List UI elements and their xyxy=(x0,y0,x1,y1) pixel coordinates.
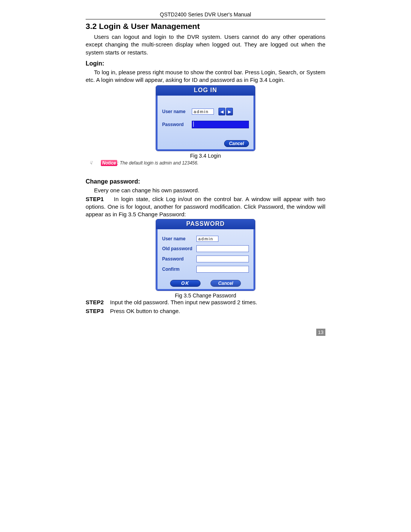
notice-text: : The default login is admin and 123456. xyxy=(117,160,198,166)
cursor-icon: ▏ xyxy=(193,121,197,127)
login-user-value[interactable]: admin xyxy=(192,109,214,115)
notice-label: Notice xyxy=(101,160,117,166)
password-dialog-title: PASSWORD xyxy=(156,219,255,229)
old-password-label: Old password xyxy=(162,246,196,251)
step3-text: Press OK button to change. xyxy=(110,308,180,314)
new-password-input[interactable] xyxy=(196,256,249,262)
pw-user-value[interactable]: admin xyxy=(196,236,218,242)
login-password-input[interactable]: ▏ xyxy=(192,121,249,128)
new-password-label: Password xyxy=(162,256,196,262)
confirm-password-input[interactable] xyxy=(196,266,249,273)
page-number: 13 xyxy=(316,329,325,336)
password-dialog: PASSWORD User name admin Old password Pa… xyxy=(156,219,255,291)
intro-paragraph: Users can logout and login to the DVR sy… xyxy=(86,33,325,56)
hand-icon: ☟ xyxy=(89,160,92,166)
section-heading: 3.2 Login & User Management xyxy=(86,22,325,31)
login-dialog: LOG IN User name admin ◀ ▶ Password ▏ Ca… xyxy=(156,85,255,151)
step2-label: STEP2 xyxy=(86,299,104,305)
login-user-label: User name xyxy=(162,109,192,114)
user-next-icon[interactable]: ▶ xyxy=(226,108,233,115)
user-prev-icon[interactable]: ◀ xyxy=(218,108,225,115)
confirm-password-label: Confirm xyxy=(162,267,196,272)
step1-label: STEP1 xyxy=(86,196,104,202)
step3: STEP3 Press OK button to change. xyxy=(86,307,325,315)
change-password-heading: Change password: xyxy=(86,178,325,185)
step1-text: In login state, click Log in/out on the … xyxy=(86,196,325,218)
fig-3-5-caption: Fig 3.5 Change Password xyxy=(86,292,325,299)
login-dialog-title: LOG IN xyxy=(156,86,255,96)
step1: STEP1 In login state, click Log in/out o… xyxy=(86,195,325,219)
login-heading: Login: xyxy=(86,60,325,67)
pw-cancel-button[interactable]: Cancel xyxy=(210,280,241,287)
step2-text: Input the old password. Then input new p… xyxy=(110,299,257,305)
login-cancel-button[interactable]: Cancel xyxy=(224,140,249,147)
running-header: QSTD2400 Series DVR User's Manual xyxy=(86,11,325,19)
notice-line: ☟ Notice: The default login is admin and… xyxy=(86,160,325,166)
step3-label: STEP3 xyxy=(86,308,104,314)
fig-3-4-caption: Fig 3.4 Login xyxy=(86,153,325,159)
step2: STEP2 Input the old password. Then input… xyxy=(86,299,325,306)
login-password-label: Password xyxy=(162,122,192,127)
old-password-input[interactable] xyxy=(196,245,249,252)
change-intro: Every one can change his own password. xyxy=(86,187,325,194)
login-paragraph: To log in, please press right mouse to s… xyxy=(86,69,325,84)
pw-user-label: User name xyxy=(162,236,196,241)
pw-ok-button[interactable]: OK xyxy=(170,280,201,287)
